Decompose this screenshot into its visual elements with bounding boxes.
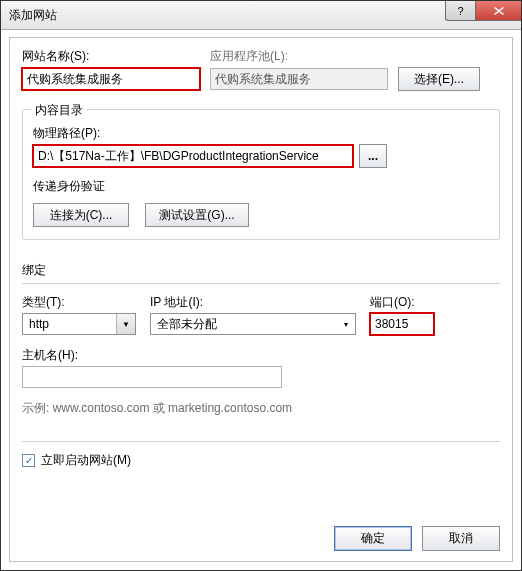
ip-value: 全部未分配 xyxy=(157,316,217,333)
port-input[interactable] xyxy=(370,313,434,335)
check-icon: ✓ xyxy=(25,455,33,466)
ok-button[interactable]: 确定 xyxy=(334,526,412,551)
titlebar: 添加网站 ? xyxy=(1,1,521,30)
lower-divider xyxy=(22,441,500,442)
window-controls: ? xyxy=(445,1,521,21)
browse-path-button[interactable]: ... xyxy=(359,144,387,168)
binding-labels-row: 类型(T): IP 地址(I): 端口(O): xyxy=(22,294,500,311)
binding-fields-row: http ▼ 全部未分配 ▾ xyxy=(22,313,500,335)
content-directory-group: 内容目录 物理路径(P): ... 传递身份验证 连接为(C)... 测试设置(… xyxy=(22,109,500,240)
ellipsis-icon: ... xyxy=(368,149,378,163)
start-now-label: 立即启动网站(M) xyxy=(41,452,131,469)
help-button[interactable]: ? xyxy=(445,1,475,21)
close-icon xyxy=(494,7,504,15)
start-now-checkbox[interactable]: ✓ xyxy=(22,454,35,467)
ip-select[interactable]: 全部未分配 ▾ xyxy=(150,313,356,335)
cancel-button[interactable]: 取消 xyxy=(422,526,500,551)
select-app-pool-button[interactable]: 选择(E)... xyxy=(398,67,480,91)
physical-path-input[interactable] xyxy=(33,145,353,167)
help-icon: ? xyxy=(457,5,463,17)
physical-path-label: 物理路径(P): xyxy=(33,125,489,142)
auth-buttons-row: 连接为(C)... 测试设置(G)... xyxy=(33,203,489,227)
type-value: http xyxy=(29,317,49,331)
dialog-footer: 确定 取消 xyxy=(334,526,500,551)
type-label: 类型(T): xyxy=(22,294,150,311)
site-name-label: 网站名称(S): xyxy=(22,48,210,65)
path-row: ... xyxy=(33,144,489,168)
hostname-label: 主机名(H): xyxy=(22,347,500,364)
hostname-input[interactable] xyxy=(22,366,282,388)
passthrough-auth-label: 传递身份验证 xyxy=(33,178,489,195)
port-label: 端口(O): xyxy=(370,294,415,311)
add-website-dialog: 添加网站 ? 网站名称(S): 应用程序池(L): 选择(E)... 内容目录 xyxy=(0,0,522,571)
ip-label: IP 地址(I): xyxy=(150,294,370,311)
binding-divider xyxy=(22,283,500,284)
start-now-row[interactable]: ✓ 立即启动网站(M) xyxy=(22,452,500,469)
binding-section-label: 绑定 xyxy=(22,262,500,279)
content-directory-legend: 内容目录 xyxy=(31,102,87,119)
test-settings-button[interactable]: 测试设置(G)... xyxy=(145,203,249,227)
type-select[interactable]: http ▼ xyxy=(22,313,136,335)
client-area: 网站名称(S): 应用程序池(L): 选择(E)... 内容目录 物理路径(P)… xyxy=(9,37,513,562)
app-pool-input xyxy=(210,68,388,90)
chevron-down-icon: ▼ xyxy=(116,314,135,334)
top-labels-row: 网站名称(S): 应用程序池(L): xyxy=(22,48,500,65)
app-pool-label: 应用程序池(L): xyxy=(210,48,288,65)
chevron-down-icon: ▾ xyxy=(337,314,355,334)
top-fields-row: 选择(E)... xyxy=(22,67,500,91)
window-title: 添加网站 xyxy=(1,7,57,24)
hostname-example: 示例: www.contoso.com 或 marketing.contoso.… xyxy=(22,400,500,417)
site-name-input[interactable] xyxy=(22,68,200,90)
close-button[interactable] xyxy=(475,1,521,21)
connect-as-button[interactable]: 连接为(C)... xyxy=(33,203,129,227)
